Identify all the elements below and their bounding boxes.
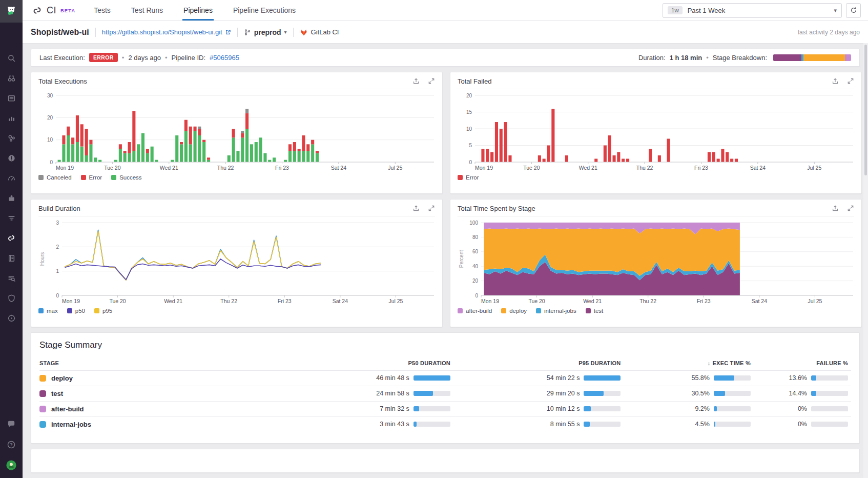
svg-text:?: ? [10, 442, 13, 447]
legend-item-p95[interactable]: p95 [94, 308, 112, 314]
sidebar-item-search[interactable] [5, 51, 18, 65]
export-icon[interactable] [832, 77, 839, 85]
svg-text:Thu 22: Thu 22 [639, 298, 656, 304]
repo-url-link[interactable]: https://gitlab.shopist.io/Shopist/web-ui… [102, 28, 231, 36]
legend-swatch [111, 175, 116, 180]
beta-badge: BETA [60, 8, 75, 13]
export-icon[interactable] [832, 205, 839, 212]
sidebar-item-notebooks[interactable] [5, 251, 18, 265]
legend-item-Success[interactable]: Success [111, 174, 141, 181]
legend-swatch [501, 308, 506, 313]
tab-test-runs[interactable]: Test Runs [130, 0, 164, 21]
sidebar-item-watchdog[interactable] [5, 71, 18, 85]
export-icon[interactable] [412, 205, 420, 212]
svg-text:20: 20 [472, 278, 479, 284]
exec-meter [714, 422, 751, 427]
time-range-selector[interactable]: 1w Past 1 Week ▾ [663, 3, 842, 18]
datadog-logo[interactable] [0, 0, 23, 23]
svg-text:Wed 21: Wed 21 [579, 165, 597, 171]
total-executions-chart: 0102030Mon 19Tue 20Wed 21Thu 22Fri 23Sat… [38, 91, 435, 172]
legend-swatch [38, 308, 44, 313]
stage-link-internal-jobs[interactable]: internal-jobs [39, 421, 275, 428]
stage-link-test[interactable]: test [39, 390, 275, 397]
legend-item-p50[interactable]: p50 [67, 308, 85, 314]
legend-item-deploy[interactable]: deploy [501, 308, 527, 314]
tab-tests[interactable]: Tests [93, 0, 112, 21]
svg-text:0: 0 [56, 292, 59, 298]
stage-color-dot [39, 375, 46, 382]
export-icon[interactable] [412, 77, 420, 85]
user-avatar[interactable] [5, 459, 18, 472]
col-failure[interactable]: FAILURE % [754, 360, 851, 366]
breakdown-segment-after-build [845, 54, 851, 61]
sidebar-item-ci[interactable] [5, 231, 18, 245]
stage-link-after-build[interactable]: after-build [39, 405, 275, 413]
svg-text:Wed 21: Wed 21 [164, 298, 182, 304]
p50-meter [414, 406, 450, 411]
sidebar-item-events[interactable] [5, 91, 18, 105]
refresh-button[interactable] [846, 3, 861, 18]
p95-value: 54 min 22 s [547, 374, 580, 382]
sidebar-item-integrations[interactable] [5, 191, 18, 205]
legend-item-internal-jobs[interactable]: internal-jobs [536, 308, 576, 314]
legend-item-Error[interactable]: Error [458, 174, 479, 181]
scrollbar-thumb[interactable] [864, 45, 867, 175]
svg-text:Sat 24: Sat 24 [750, 165, 766, 171]
col-p50-duration[interactable]: P50 DURATION [275, 360, 453, 366]
exec-value: 30.5% [691, 390, 709, 397]
exec-meter [714, 391, 751, 396]
legend-item-after-build[interactable]: after-build [458, 308, 492, 314]
legend-item-Canceled[interactable]: Canceled [38, 174, 72, 181]
table-row: after-build 7 min 32 s 10 min 12 s 9.2% … [39, 401, 851, 416]
stage-color-dot [39, 421, 46, 428]
help-button[interactable]: ? [5, 438, 18, 451]
tab-pipeline-executions[interactable]: Pipeline Executions [232, 0, 297, 21]
expand-icon[interactable] [847, 77, 854, 85]
sidebar-item-security[interactable] [5, 291, 18, 305]
exec-meter [714, 375, 751, 381]
last-execution-label: Last Execution: [39, 54, 85, 62]
failure-meter [811, 391, 848, 396]
expand-icon[interactable] [428, 77, 435, 85]
svg-text:Tue 20: Tue 20 [528, 298, 545, 304]
sidebar-item-apm[interactable] [5, 171, 18, 185]
chat-button[interactable] [5, 417, 18, 431]
pipeline-id-link[interactable]: #5065965 [210, 54, 239, 62]
chat-icon [7, 420, 16, 429]
stage-link-deploy[interactable]: deploy [39, 374, 275, 382]
p95-meter [584, 422, 621, 427]
expand-icon[interactable] [847, 205, 854, 212]
sidebar-item-infrastructure[interactable] [5, 131, 18, 145]
legend-swatch [458, 308, 463, 313]
sidebar-item-monitors[interactable] [5, 151, 18, 165]
p50-meter [414, 422, 450, 427]
legend-item-max[interactable]: max [38, 308, 58, 314]
expand-icon[interactable] [428, 205, 435, 212]
sidebar-item-log-explorer[interactable] [5, 271, 18, 285]
stage-color-dot [39, 406, 46, 412]
col-stage[interactable]: STAGE [39, 360, 275, 366]
stage-color-dot [39, 390, 46, 397]
sidebar-item-metrics[interactable] [5, 111, 18, 125]
sidebar-item-pipelines-filter[interactable] [5, 211, 18, 225]
stage-summary-table: STAGE P50 DURATION P95 DURATION ↓EXEC TI… [39, 356, 851, 432]
col-p95-duration[interactable]: P95 DURATION [453, 360, 624, 366]
branch-selector[interactable]: preprod ▾ [244, 28, 287, 36]
legend-item-Error[interactable]: Error [81, 174, 102, 181]
legend-item-test[interactable]: test [586, 308, 604, 314]
ci-product-icon [32, 5, 43, 16]
svg-text:Tue 20: Tue 20 [104, 165, 120, 171]
failure-value: 0% [798, 421, 807, 428]
scrollbar[interactable] [863, 43, 868, 478]
svg-text:Thu 22: Thu 22 [636, 165, 653, 171]
tab-pipelines[interactable]: Pipelines [182, 0, 214, 21]
external-link-icon [225, 29, 231, 35]
failure-meter [811, 375, 848, 381]
col-exec-time[interactable]: ↓EXEC TIME % [624, 360, 753, 366]
panel-total-executions: Total Executions 0102030Mon 19Tue 20Wed … [31, 72, 443, 194]
sidebar-nav [5, 51, 18, 325]
svg-text:Jul 25: Jul 25 [388, 165, 402, 171]
table-row: test 24 min 58 s 29 min 20 s 30.5% 14.4% [39, 386, 851, 401]
svg-text:Sat 24: Sat 24 [333, 298, 348, 304]
sidebar-item-synthetics[interactable] [5, 311, 18, 325]
